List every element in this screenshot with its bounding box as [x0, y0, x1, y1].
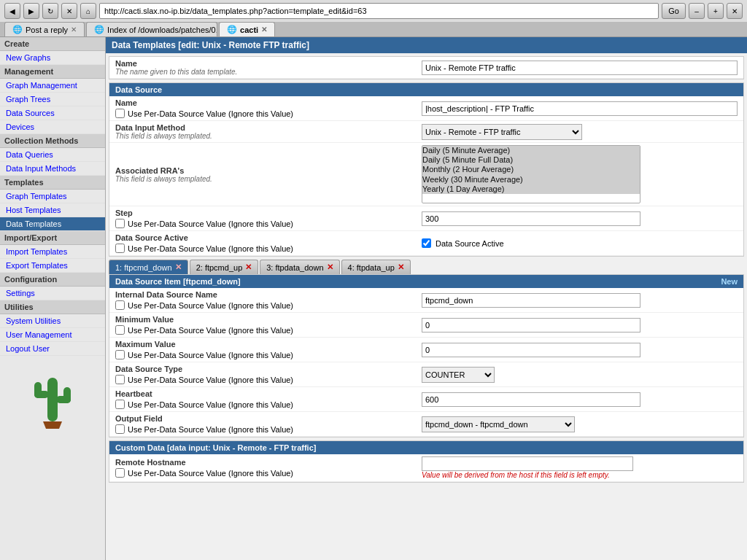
forward-button[interactable]: ▶ [23, 3, 39, 19]
tab-ftpdata-up[interactable]: 4: ftpdata_up ✕ [341, 260, 411, 274]
ds-name-checkbox[interactable] [115, 109, 125, 118]
ds-active-checkbox[interactable] [115, 244, 125, 253]
ds-heartbeat-row: Heartbeat Use Per-Data Source Value (Ign… [109, 387, 743, 412]
data-source-section: Data Source Name Use Per-Data Source Val… [109, 82, 744, 257]
sidebar-item-new-graphs[interactable]: New Graphs [0, 51, 105, 65]
templates-section-header: Templates [0, 176, 105, 190]
ds-step-input[interactable] [422, 211, 640, 226]
ds-type-checkbox[interactable] [115, 375, 125, 384]
ds-input-method-label: Data Input Method [115, 123, 422, 132]
svg-marker-5 [43, 421, 62, 429]
configuration-section-header: Configuration [0, 273, 105, 287]
ds-output-field-row: Output Field Use Per-Data Source Value (… [109, 412, 743, 437]
ds-step-checkbox[interactable] [115, 219, 125, 228]
name-sublabel: The name given to this data template. [115, 68, 422, 76]
svg-rect-4 [63, 387, 71, 403]
ds-max-value-checkbox[interactable] [115, 350, 125, 359]
ds-min-value-input[interactable] [422, 318, 640, 332]
tab-close-3[interactable]: ✕ [261, 26, 267, 34]
minimize-button[interactable]: – [689, 3, 705, 19]
ds-type-select[interactable]: COUNTER GAUGE DERIVE ABSOLUTE [422, 367, 495, 383]
data-source-header: Data Source [109, 83, 743, 96]
remote-hostname-checkbox-label: Use Per-Data Source Value (Ignore this V… [128, 469, 293, 478]
tab-ftpcmd-down-close[interactable]: ✕ [175, 262, 182, 272]
ds-active-checkbox-label: Use Per-Data Source Value (Ignore this V… [128, 244, 293, 253]
ds-type-label: Data Source Type [115, 365, 422, 373]
name-input[interactable] [422, 61, 738, 75]
ds-max-value-checkbox-label: Use Per-Data Source Value (Ignore this V… [128, 351, 293, 359]
custom-data-header: Custom Data [data input: Unix - Remote -… [109, 441, 743, 454]
ds-name-label: Name [115, 98, 422, 107]
remote-hostname-input[interactable] [422, 456, 633, 471]
new-link[interactable]: New [721, 277, 738, 286]
tab-ftpcmd-up[interactable]: 2: ftpcmd_up ✕ [190, 260, 259, 274]
ds-item-section: Data Source Item [ftpcmd_down] New Inter… [109, 274, 744, 438]
create-section-header: Create [0, 37, 105, 51]
import-export-section-header: Import/Export [0, 231, 105, 245]
ds-active-text: Data Source Active [436, 239, 504, 248]
ds-name-checkbox-label: Use Per-Data Source Value (Ignore this V… [128, 109, 293, 118]
address-bar[interactable] [99, 3, 659, 19]
home-button[interactable]: ⌂ [80, 3, 96, 19]
sidebar-item-data-sources[interactable]: Data Sources [0, 106, 105, 120]
sidebar-item-import-templates[interactable]: Import Templates [0, 245, 105, 259]
close-window-button[interactable]: ✕ [727, 3, 743, 19]
maximize-button[interactable]: + [708, 3, 724, 19]
tab-ftpcmd-up-close[interactable]: ✕ [245, 262, 252, 272]
sidebar-item-data-input-methods[interactable]: Data Input Methods [0, 162, 105, 176]
ds-min-value-checkbox[interactable] [115, 325, 125, 335]
sidebar-item-export-templates[interactable]: Export Templates [0, 259, 105, 273]
tab-ftpdata-up-label: 4: ftpdata_up [348, 263, 395, 272]
tab-close-1[interactable]: ✕ [71, 26, 77, 34]
ds-name-input[interactable] [422, 101, 738, 116]
tab-index[interactable]: 🌐 Index of /downloads/patches/0.8.... ✕ [86, 22, 217, 36]
ds-heartbeat-checkbox[interactable] [115, 400, 125, 409]
sidebar-item-devices[interactable]: Devices [0, 120, 105, 134]
sidebar-item-graph-templates[interactable]: Graph Templates [0, 190, 105, 203]
tab-ftpcmd-down[interactable]: 1: ftpcmd_down ✕ [109, 260, 188, 274]
ds-output-field-select[interactable]: ftpcmd_down - ftpcmd_down [422, 416, 575, 432]
tab-ftpdata-down[interactable]: 3: ftpdata_down ✕ [260, 260, 339, 274]
sidebar-item-user-management[interactable]: User Management [0, 328, 105, 342]
go-button[interactable]: Go [662, 3, 686, 19]
browser-tabs: 🌐 Post a reply ✕ 🌐 Index of /downloads/p… [0, 22, 747, 36]
ds-rra-select[interactable]: Daily (5 Minute Average)Daily (5 Minute … [422, 145, 640, 203]
name-label: Name [115, 59, 422, 68]
ds-heartbeat-label: Heartbeat [115, 389, 422, 398]
ds-internal-name-checkbox-label: Use Per-Data Source Value (Ignore this V… [128, 301, 293, 310]
item-tabs: 1: ftpcmd_down ✕ 2: ftpcmd_up ✕ 3: ftpda… [109, 260, 744, 274]
ds-heartbeat-input[interactable] [422, 392, 640, 407]
reload-button[interactable]: ↻ [42, 3, 58, 19]
tab-cacti[interactable]: 🌐 cacti ✕ [219, 22, 275, 36]
management-section-header: Management [0, 65, 105, 79]
ds-input-method-row: Data Input Method This field is always t… [109, 121, 743, 143]
remote-hostname-hint: Value will be derived from the host if t… [422, 471, 738, 479]
stop-button[interactable]: ✕ [61, 3, 77, 19]
remote-hostname-label: Remote Hostname [115, 458, 422, 467]
name-section: Name The name given to this data templat… [109, 56, 744, 79]
back-button[interactable]: ◀ [4, 3, 20, 19]
ds-output-field-checkbox-label: Use Per-Data Source Value (Ignore this V… [128, 425, 293, 434]
tab-post-reply[interactable]: 🌐 Post a reply ✕ [4, 22, 85, 36]
tab-ftpdata-down-label: 3: ftpdata_down [266, 263, 323, 272]
ds-output-field-checkbox[interactable] [115, 424, 125, 434]
cactus-logo [0, 356, 105, 436]
sidebar-item-host-templates[interactable]: Host Templates [0, 203, 105, 217]
sidebar-item-graph-management[interactable]: Graph Management [0, 79, 105, 93]
sidebar-item-data-queries[interactable]: Data Queries [0, 148, 105, 162]
sidebar-item-system-utilities[interactable]: System Utilities [0, 314, 105, 328]
sidebar-item-settings[interactable]: Settings [0, 287, 105, 300]
sidebar-item-graph-trees[interactable]: Graph Trees [0, 93, 105, 106]
ds-max-value-input[interactable] [422, 343, 640, 357]
ds-internal-name-checkbox[interactable] [115, 300, 125, 310]
remote-hostname-checkbox[interactable] [115, 468, 125, 478]
main-layout: Create New Graphs Management Graph Manag… [0, 37, 747, 560]
tab-ftpdata-down-close[interactable]: ✕ [327, 262, 333, 272]
ds-input-method-select[interactable]: Unix - Remote - FTP traffic [422, 124, 582, 140]
ds-internal-name-input[interactable] [422, 293, 640, 308]
ds-rra-row: Associated RRA's This field is always te… [109, 143, 743, 206]
sidebar-item-data-templates[interactable]: Data Templates [0, 217, 105, 231]
tab-ftpdata-up-close[interactable]: ✕ [398, 262, 404, 272]
sidebar-item-logout-user[interactable]: Logout User [0, 342, 105, 356]
ds-active-main-checkbox[interactable] [422, 238, 431, 248]
